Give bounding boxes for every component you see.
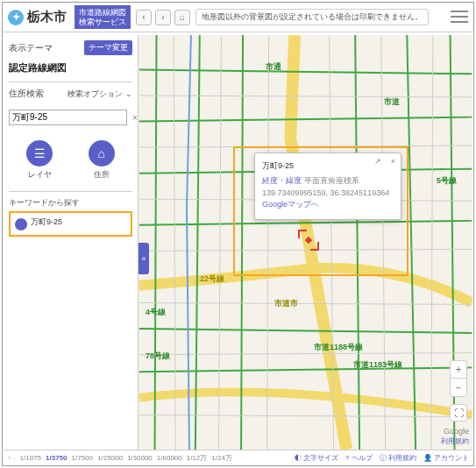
zoom-in-button[interactable]: ＋: [451, 361, 466, 379]
fullscreen-button[interactable]: ⛶: [450, 404, 467, 422]
theme-name: 認定路線網図: [9, 59, 132, 82]
terms-link[interactable]: ⓘ 利用規約: [380, 453, 416, 463]
popup-expand-icon[interactable]: ↗: [374, 157, 381, 166]
city-logo: ✦ 栃木市: [3, 9, 72, 25]
account-link[interactable]: 👤 アカウント: [423, 453, 469, 463]
menu-icon[interactable]: [451, 9, 468, 25]
nav-back-button[interactable]: ‹: [136, 10, 152, 25]
road-label: 5号線: [437, 175, 457, 187]
road-label: 市道1188号線: [314, 342, 363, 353]
pin-icon: [15, 218, 27, 230]
address-button[interactable]: ⌂ 住所: [89, 140, 115, 181]
nav-fwd-button[interactable]: ›: [155, 10, 171, 25]
road-label: 市道: [384, 96, 400, 108]
list-icon: ☰: [26, 140, 53, 167]
scale-option[interactable]: 1/24万: [211, 454, 232, 462]
scale-option[interactable]: 1/12万: [187, 454, 208, 462]
target-marker-icon: [298, 230, 319, 251]
coordinates-text: 139.73409995159, 36.38245119364: [262, 188, 394, 197]
home-button[interactable]: ⌂: [174, 10, 190, 25]
sidebar: 表示テーマ テーマ変更 認定路線網図 住所検索 検索オプション ⌄ × 検索 ☰…: [4, 35, 139, 450]
latlon-link[interactable]: 経度・緯度: [262, 176, 302, 185]
home-icon: ⌂: [89, 140, 115, 167]
layer-button[interactable]: ☰ レイヤ: [26, 140, 53, 181]
text-size-link[interactable]: ◐ 文字サイズ: [295, 453, 338, 463]
zoom-out-button[interactable]: －: [451, 379, 466, 396]
logo-mark-icon: ✦: [8, 10, 24, 25]
map-terms-link[interactable]: 利用規約: [441, 436, 469, 446]
zoom-control: ＋ －: [450, 360, 467, 397]
scale-option[interactable]: 1/15000: [97, 454, 123, 462]
sidebar-toggle[interactable]: «: [139, 243, 149, 274]
location-popup: ↗ × 万町9-25 経度・緯度 平面直角座標系 139.73409995159…: [254, 152, 401, 220]
address-search-input[interactable]: [9, 110, 127, 125]
road-label: 4号線: [146, 307, 166, 318]
theme-label: 表示テーマ: [9, 42, 53, 54]
print-notice: 地形図以外の背景図が設定されている場合は印刷できません。: [195, 9, 429, 25]
footer-bar: + - 1/18751/37501/75001/150001/300001/60…: [4, 450, 472, 464]
map-canvas[interactable]: 市通 市道 5号線 22号線 4号線 78号線 市道1188号線 市道1183号…: [139, 35, 472, 450]
city-name: 栃木市: [27, 9, 67, 25]
service-badge: 市道路線網図 検索サービス: [75, 5, 131, 30]
road-label: 市道1183号線: [353, 359, 402, 371]
search-label: 住所検索: [9, 88, 44, 100]
gmaps-link[interactable]: Googleマップへ: [262, 199, 394, 210]
keyword-header: キーワードから探す: [9, 191, 132, 209]
keyword-result[interactable]: 万町9-25: [9, 211, 132, 237]
search-options-link[interactable]: 検索オプション ⌄: [67, 89, 132, 100]
theme-change-button[interactable]: テーマ変更: [84, 40, 132, 55]
help-link[interactable]: ? ヘルプ: [345, 453, 373, 463]
scale-option[interactable]: 1/1875: [20, 454, 41, 462]
scale-option[interactable]: 1/60000: [157, 454, 182, 462]
google-attribution: Google: [444, 427, 469, 436]
popup-close-icon[interactable]: ×: [391, 157, 395, 166]
road-label: 78号線: [146, 351, 170, 362]
road-label: 22号線: [200, 273, 224, 285]
scale-option[interactable]: 1/30000: [127, 454, 153, 462]
scale-option[interactable]: 1/3750: [46, 454, 67, 462]
road-label: 市道市: [274, 298, 298, 309]
scale-option[interactable]: 1/7500: [72, 454, 93, 462]
road-label: 市通: [266, 61, 281, 73]
